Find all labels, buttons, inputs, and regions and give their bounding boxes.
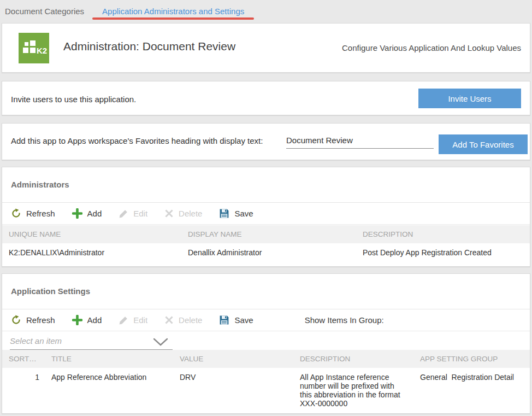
- invite-users-button[interactable]: Invite Users: [418, 89, 521, 108]
- application-settings-table-header: SORT… TITLE VALUE DESCRIPTION APP SETTIN…: [2, 350, 530, 368]
- tab-label: Application Administrators and Settings: [102, 7, 244, 16]
- add-button[interactable]: Add: [72, 208, 102, 219]
- save-button[interactable]: Save: [219, 208, 253, 219]
- application-settings-table-row[interactable]: 1 App Reference Abbreviation DRV All App…: [2, 368, 530, 413]
- administrators-table-row[interactable]: K2:DENALLIX\Administrator Denallix Admin…: [2, 243, 530, 262]
- invite-users-text: Invite users to use this application.: [11, 95, 136, 104]
- application-settings-section-title: Application Settings: [2, 274, 530, 309]
- x-icon: [164, 209, 174, 218]
- add-label: Add: [87, 209, 102, 218]
- save-button[interactable]: Save: [219, 315, 253, 325]
- refresh-icon: [11, 315, 21, 325]
- pencil-icon: [119, 315, 128, 325]
- x-icon: [164, 315, 174, 325]
- cell-app-setting-group: General Registration Detail: [413, 368, 530, 413]
- active-tab-underline: [92, 17, 254, 20]
- page: Document Categories Application Administ…: [0, 0, 532, 416]
- delete-button[interactable]: Delete: [164, 209, 202, 218]
- column-header-unique-name: UNIQUE NAME: [2, 225, 181, 243]
- edit-label: Edit: [133, 209, 147, 218]
- favorites-display-text-input[interactable]: [286, 132, 434, 149]
- tab-application-administrators-and-settings[interactable]: Application Administrators and Settings: [92, 0, 254, 22]
- edit-button[interactable]: Edit: [119, 315, 147, 325]
- administrators-panel: Administrators Refresh Add Edit: [2, 167, 530, 267]
- column-header-value: VALUE: [173, 350, 293, 368]
- column-header-title: TITLE: [45, 350, 173, 368]
- cell-display-name: Denallix Administrator: [181, 243, 356, 262]
- tab-document-categories[interactable]: Document Categories: [0, 0, 90, 22]
- plus-icon: [72, 208, 82, 219]
- application-settings-toolbar: Refresh Add Edit Delete: [2, 309, 530, 331]
- group-select-placeholder: Select an item: [10, 336, 62, 345]
- k2-logo-icon: K2: [19, 33, 49, 63]
- floppy-disk-icon: [219, 315, 229, 325]
- refresh-label: Refresh: [26, 315, 55, 325]
- cell-unique-name: K2:DENALLIX\Administrator: [2, 243, 181, 262]
- group-select-dropdown[interactable]: Select an item: [10, 335, 173, 350]
- floppy-disk-icon: [219, 208, 229, 219]
- svg-text:K2: K2: [37, 46, 47, 55]
- edit-label: Edit: [133, 315, 147, 325]
- refresh-icon: [11, 208, 21, 219]
- save-label: Save: [234, 315, 253, 325]
- add-to-favorites-button[interactable]: Add To Favorites: [439, 134, 528, 154]
- administrators-toolbar: Refresh Add Edit Delete: [2, 202, 530, 225]
- chevron-down-icon: [153, 338, 168, 347]
- administrators-section-title: Administrators: [2, 167, 530, 202]
- tab-bar: Document Categories Application Administ…: [0, 0, 532, 22]
- refresh-label: Refresh: [26, 209, 55, 218]
- save-label: Save: [234, 209, 253, 218]
- refresh-button[interactable]: Refresh: [11, 315, 55, 325]
- favorites-label: Add this app to Apps workspace's Favorit…: [11, 136, 263, 145]
- page-title: Administration: Document Review: [63, 40, 235, 53]
- delete-button[interactable]: Delete: [164, 315, 202, 325]
- k2-logo: K2: [19, 33, 49, 63]
- refresh-button[interactable]: Refresh: [11, 208, 55, 219]
- pencil-icon: [119, 209, 128, 219]
- column-header-app-setting-group: APP SETTING GROUP: [413, 350, 530, 368]
- add-label: Add: [87, 315, 102, 325]
- add-button[interactable]: Add: [72, 315, 102, 325]
- delete-label: Delete: [179, 209, 202, 218]
- app-header-panel: K2 Administration: Document Review Confi…: [2, 23, 530, 73]
- cell-description: All App Instance reference number will b…: [293, 368, 413, 413]
- cell-description: Post Deploy App Registration Created: [356, 243, 530, 262]
- column-header-display-name: DISPLAY NAME: [181, 225, 356, 243]
- column-header-description: DESCRIPTION: [356, 225, 530, 243]
- cell-sort: 1: [2, 368, 45, 413]
- cell-title: App Reference Abbreviation: [45, 368, 173, 413]
- show-items-in-group-label: Show Items In Group:: [305, 315, 384, 325]
- invite-users-panel: Invite users to use this application. In…: [2, 81, 530, 115]
- cell-value: DRV: [173, 368, 293, 413]
- page-subtitle: Configure Various Application And Lookup…: [342, 43, 521, 52]
- delete-label: Delete: [179, 315, 202, 325]
- favorites-panel: Add this app to Apps workspace's Favorit…: [2, 123, 530, 160]
- application-settings-panel: Application Settings Refresh Add Edit: [2, 273, 530, 414]
- plus-icon: [72, 315, 82, 325]
- column-header-description: DESCRIPTION: [293, 350, 413, 368]
- edit-button[interactable]: Edit: [119, 209, 147, 219]
- administrators-table-header: UNIQUE NAME DISPLAY NAME DESCRIPTION: [2, 225, 530, 243]
- column-header-sort: SORT…: [2, 350, 45, 368]
